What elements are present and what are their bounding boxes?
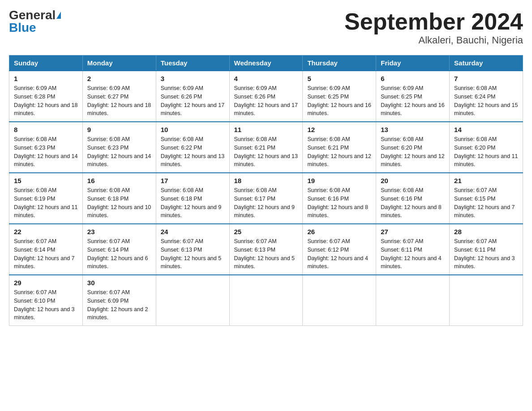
day-info: Sunrise: 6:08 AM Sunset: 6:17 PM Dayligh…: [234, 186, 298, 220]
header-thursday: Thursday: [303, 56, 376, 71]
table-row: 20 Sunrise: 6:08 AM Sunset: 6:16 PM Dayl…: [376, 173, 450, 224]
day-info: Sunrise: 6:08 AM Sunset: 6:16 PM Dayligh…: [381, 186, 445, 220]
table-row: 10 Sunrise: 6:08 AM Sunset: 6:22 PM Dayl…: [156, 122, 229, 173]
day-number: 10: [161, 126, 225, 133]
day-number: 9: [87, 126, 151, 133]
table-row: 12 Sunrise: 6:08 AM Sunset: 6:21 PM Dayl…: [303, 122, 376, 173]
day-number: 1: [14, 75, 78, 82]
table-row: 29 Sunrise: 6:07 AM Sunset: 6:10 PM Dayl…: [9, 275, 83, 326]
day-info: Sunrise: 6:08 AM Sunset: 6:23 PM Dayligh…: [14, 135, 78, 169]
day-info: Sunrise: 6:07 AM Sunset: 6:14 PM Dayligh…: [14, 237, 78, 271]
day-info: Sunrise: 6:08 AM Sunset: 6:23 PM Dayligh…: [87, 135, 151, 169]
table-row: 14 Sunrise: 6:08 AM Sunset: 6:20 PM Dayl…: [450, 122, 523, 173]
day-info: Sunrise: 6:08 AM Sunset: 6:20 PM Dayligh…: [381, 135, 445, 169]
day-info: Sunrise: 6:09 AM Sunset: 6:26 PM Dayligh…: [161, 84, 225, 118]
day-info: Sunrise: 6:08 AM Sunset: 6:21 PM Dayligh…: [307, 135, 371, 169]
day-number: 19: [307, 177, 371, 184]
day-number: 18: [234, 177, 298, 184]
calendar-subtitle: Alkaleri, Bauchi, Nigeria: [344, 34, 523, 46]
day-info: Sunrise: 6:07 AM Sunset: 6:11 PM Dayligh…: [454, 237, 518, 271]
day-info: Sunrise: 6:09 AM Sunset: 6:26 PM Dayligh…: [234, 84, 298, 118]
day-info: Sunrise: 6:08 AM Sunset: 6:18 PM Dayligh…: [161, 186, 225, 220]
table-row: [450, 275, 523, 326]
day-number: 7: [454, 75, 518, 82]
logo-blue-text: Blue: [9, 21, 61, 34]
day-number: 30: [87, 279, 151, 287]
logo: General Blue: [9, 9, 61, 34]
day-info: Sunrise: 6:08 AM Sunset: 6:19 PM Dayligh…: [14, 186, 78, 220]
table-row: 6 Sunrise: 6:09 AM Sunset: 6:25 PM Dayli…: [376, 71, 450, 122]
calendar-week-row: 29 Sunrise: 6:07 AM Sunset: 6:10 PM Dayl…: [9, 275, 523, 326]
table-row: 9 Sunrise: 6:08 AM Sunset: 6:23 PM Dayli…: [82, 122, 156, 173]
table-row: 22 Sunrise: 6:07 AM Sunset: 6:14 PM Dayl…: [9, 224, 83, 275]
day-info: Sunrise: 6:09 AM Sunset: 6:27 PM Dayligh…: [87, 84, 151, 118]
table-row: [156, 275, 229, 326]
table-row: 24 Sunrise: 6:07 AM Sunset: 6:13 PM Dayl…: [156, 224, 229, 275]
table-row: [376, 275, 450, 326]
day-number: 29: [14, 279, 78, 287]
day-info: Sunrise: 6:08 AM Sunset: 6:20 PM Dayligh…: [454, 135, 518, 169]
day-number: 22: [14, 228, 78, 235]
table-row: 11 Sunrise: 6:08 AM Sunset: 6:21 PM Dayl…: [229, 122, 303, 173]
day-info: Sunrise: 6:07 AM Sunset: 6:15 PM Dayligh…: [454, 186, 518, 220]
day-number: 23: [87, 228, 151, 235]
day-number: 12: [307, 126, 371, 133]
table-row: 17 Sunrise: 6:08 AM Sunset: 6:18 PM Dayl…: [156, 173, 229, 224]
day-number: 24: [161, 228, 225, 235]
table-row: 30 Sunrise: 6:07 AM Sunset: 6:09 PM Dayl…: [82, 275, 156, 326]
day-info: Sunrise: 6:08 AM Sunset: 6:22 PM Dayligh…: [161, 135, 225, 169]
day-info: Sunrise: 6:09 AM Sunset: 6:25 PM Dayligh…: [381, 84, 445, 118]
table-row: 26 Sunrise: 6:07 AM Sunset: 6:12 PM Dayl…: [303, 224, 376, 275]
day-number: 2: [87, 75, 151, 82]
day-info: Sunrise: 6:07 AM Sunset: 6:11 PM Dayligh…: [381, 237, 445, 271]
calendar-table: Sunday Monday Tuesday Wednesday Thursday…: [9, 55, 523, 326]
table-row: 15 Sunrise: 6:08 AM Sunset: 6:19 PM Dayl…: [9, 173, 83, 224]
day-number: 27: [381, 228, 445, 235]
table-row: 1 Sunrise: 6:09 AM Sunset: 6:28 PM Dayli…: [9, 71, 83, 122]
day-info: Sunrise: 6:08 AM Sunset: 6:18 PM Dayligh…: [87, 186, 151, 220]
logo-general-text: General: [9, 9, 56, 21]
day-info: Sunrise: 6:08 AM Sunset: 6:21 PM Dayligh…: [234, 135, 298, 169]
day-number: 26: [307, 228, 371, 235]
day-number: 8: [14, 126, 78, 133]
day-number: 14: [454, 126, 518, 133]
day-info: Sunrise: 6:07 AM Sunset: 6:13 PM Dayligh…: [161, 237, 225, 271]
day-number: 3: [161, 75, 225, 82]
table-row: 3 Sunrise: 6:09 AM Sunset: 6:26 PM Dayli…: [156, 71, 229, 122]
day-info: Sunrise: 6:08 AM Sunset: 6:16 PM Dayligh…: [307, 186, 371, 220]
day-info: Sunrise: 6:07 AM Sunset: 6:13 PM Dayligh…: [234, 237, 298, 271]
day-info: Sunrise: 6:09 AM Sunset: 6:25 PM Dayligh…: [307, 84, 371, 118]
day-info: Sunrise: 6:07 AM Sunset: 6:12 PM Dayligh…: [307, 237, 371, 271]
table-row: 2 Sunrise: 6:09 AM Sunset: 6:27 PM Dayli…: [82, 71, 156, 122]
table-row: 13 Sunrise: 6:08 AM Sunset: 6:20 PM Dayl…: [376, 122, 450, 173]
day-number: 20: [381, 177, 445, 184]
table-row: 16 Sunrise: 6:08 AM Sunset: 6:18 PM Dayl…: [82, 173, 156, 224]
day-number: 16: [87, 177, 151, 184]
header-monday: Monday: [82, 56, 156, 71]
logo-triangle-icon: [56, 12, 61, 19]
calendar-week-row: 8 Sunrise: 6:08 AM Sunset: 6:23 PM Dayli…: [9, 122, 523, 173]
title-block: September 2024 Alkaleri, Bauchi, Nigeria: [344, 9, 523, 46]
table-row: 23 Sunrise: 6:07 AM Sunset: 6:14 PM Dayl…: [82, 224, 156, 275]
table-row: 25 Sunrise: 6:07 AM Sunset: 6:13 PM Dayl…: [229, 224, 303, 275]
table-row: [229, 275, 303, 326]
header-wednesday: Wednesday: [229, 56, 303, 71]
day-number: 11: [234, 126, 298, 133]
calendar-header-row: Sunday Monday Tuesday Wednesday Thursday…: [9, 56, 523, 71]
header-tuesday: Tuesday: [156, 56, 229, 71]
day-info: Sunrise: 6:07 AM Sunset: 6:10 PM Dayligh…: [14, 288, 78, 322]
table-row: 18 Sunrise: 6:08 AM Sunset: 6:17 PM Dayl…: [229, 173, 303, 224]
table-row: 7 Sunrise: 6:08 AM Sunset: 6:24 PM Dayli…: [450, 71, 523, 122]
day-info: Sunrise: 6:07 AM Sunset: 6:09 PM Dayligh…: [87, 288, 151, 322]
calendar-week-row: 15 Sunrise: 6:08 AM Sunset: 6:19 PM Dayl…: [9, 173, 523, 224]
day-number: 13: [381, 126, 445, 133]
day-number: 15: [14, 177, 78, 184]
header-friday: Friday: [376, 56, 450, 71]
header-sunday: Sunday: [9, 56, 83, 71]
header-saturday: Saturday: [450, 56, 523, 71]
table-row: [303, 275, 376, 326]
page-header: General Blue September 2024 Alkaleri, Ba…: [9, 9, 523, 46]
day-number: 25: [234, 228, 298, 235]
day-info: Sunrise: 6:08 AM Sunset: 6:24 PM Dayligh…: [454, 84, 518, 118]
table-row: 8 Sunrise: 6:08 AM Sunset: 6:23 PM Dayli…: [9, 122, 83, 173]
